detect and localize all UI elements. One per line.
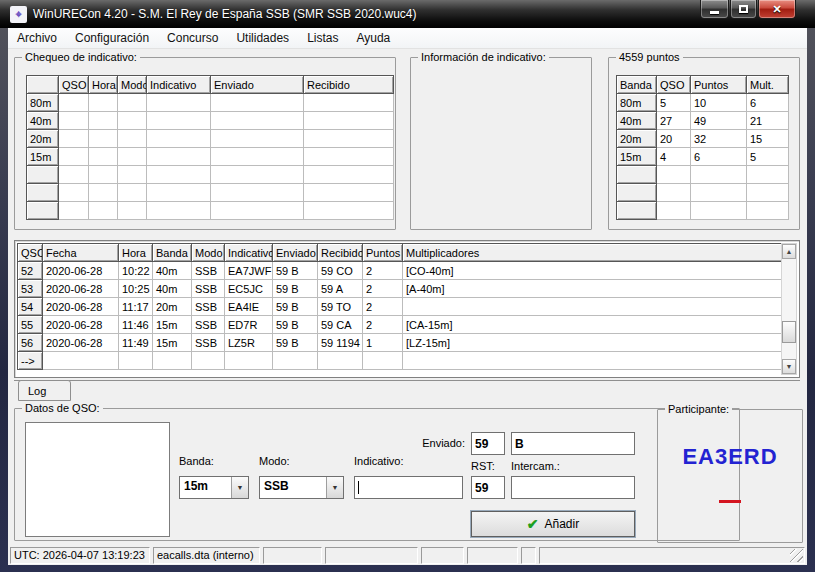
table-cell: SSB <box>192 262 225 280</box>
table-cell <box>403 298 784 316</box>
app-icon: ⌖ <box>10 6 27 23</box>
table-cell: 32 <box>691 130 747 148</box>
tab-strip-line <box>14 380 800 381</box>
table-row[interactable]: 80m <box>27 94 394 112</box>
table-cell <box>118 94 147 112</box>
table-cell: 10:25 <box>119 280 153 298</box>
chevron-down-icon[interactable]: ▼ <box>231 477 248 498</box>
table-cell <box>211 184 304 202</box>
table-cell: 15m <box>153 334 192 352</box>
modo-label: Modo: <box>259 455 290 467</box>
table-row[interactable] <box>617 184 789 202</box>
callsign-input[interactable] <box>354 476 463 499</box>
table-cell: 15 <box>747 130 789 148</box>
menu-utilidades[interactable]: Utilidades <box>227 28 298 49</box>
rst-input[interactable] <box>471 476 505 499</box>
table-cell <box>59 148 89 166</box>
table-row[interactable] <box>617 166 789 184</box>
table-cell: SSB <box>192 298 225 316</box>
table-cell: 21 <box>747 112 789 130</box>
band-select[interactable]: 15m ▼ <box>179 476 249 499</box>
table-cell <box>211 112 304 130</box>
add-qso-button[interactable]: ✔ Añadir <box>471 511 635 537</box>
title-bar[interactable]: ⌖ WinURECon 4.20 - S.M. El Rey de España… <box>0 0 815 28</box>
table-row[interactable]: 80m5106 <box>617 94 789 112</box>
table-row[interactable]: 40m <box>27 112 394 130</box>
qso-form-title: Datos de QSO: <box>22 402 103 414</box>
table-cell: 53 <box>18 280 43 298</box>
table-row[interactable]: 562020-06-2811:4915mSSBLZ5R59 B59 11941[… <box>18 334 784 352</box>
table-cell <box>211 148 304 166</box>
score-group: 4559 puntos Banda QSO Puntos Mult. 80m51… <box>608 57 800 230</box>
table-row[interactable] <box>27 202 394 220</box>
close-button[interactable]: ✕ <box>758 0 796 19</box>
exchange-input[interactable] <box>511 476 635 499</box>
table-row[interactable]: --> <box>18 352 784 370</box>
table-cell <box>59 94 89 112</box>
table-row[interactable]: 20m <box>27 130 394 148</box>
table-cell <box>691 202 747 220</box>
table-cell: 59 A <box>318 280 363 298</box>
table-cell <box>273 352 318 370</box>
table-cell: SSB <box>192 334 225 352</box>
minimize-button[interactable] <box>700 0 729 19</box>
table-row[interactable]: 522020-06-2810:2240mSSBEA7JWF59 B59 CO2[… <box>18 262 784 280</box>
menu-bar: Archivo Configuración Concurso Utilidade… <box>8 28 807 49</box>
table-row[interactable]: 20m203215 <box>617 130 789 148</box>
table-cell <box>118 148 147 166</box>
qso-notes-area[interactable] <box>25 422 170 537</box>
menu-concurso[interactable]: Concurso <box>158 28 227 49</box>
table-cell: 4 <box>657 148 691 166</box>
window-title: WinURECon 4.20 - S.M. El Rey de España S… <box>33 7 417 21</box>
red-dash-indicator <box>719 500 741 503</box>
table-cell: 52 <box>18 262 43 280</box>
table-row[interactable]: 552020-06-2811:4615mSSBED7R59 B59 CA2[CA… <box>18 316 784 334</box>
table-cell <box>691 184 747 202</box>
table-row[interactable]: 532020-06-2810:2540mSSBEC5JC59 B59 A2[A-… <box>18 280 784 298</box>
table-row[interactable] <box>27 166 394 184</box>
table-cell <box>304 130 394 148</box>
sent-rst-input[interactable] <box>471 432 505 455</box>
menu-ayuda[interactable]: Ayuda <box>347 28 399 49</box>
table-cell: 11:46 <box>119 316 153 334</box>
table-row[interactable]: 15m <box>27 148 394 166</box>
log-scrollbar[interactable]: ▲ ▼ <box>781 243 797 375</box>
resize-grip[interactable] <box>790 549 803 562</box>
scroll-up-icon[interactable]: ▲ <box>782 244 796 259</box>
menu-archivo[interactable]: Archivo <box>8 28 66 49</box>
chevron-down-icon[interactable]: ▼ <box>326 477 343 498</box>
status-panel-empty <box>421 547 464 564</box>
menu-listas[interactable]: Listas <box>298 28 347 49</box>
table-row[interactable]: 542020-06-2811:1720mSSBEA4IE59 B59 TO2 <box>18 298 784 316</box>
table-row[interactable] <box>27 184 394 202</box>
table-cell: 2 <box>363 298 403 316</box>
mode-select[interactable]: SSB ▼ <box>259 476 344 499</box>
column-header: Hora <box>119 244 153 262</box>
column-header: Banda <box>617 76 657 94</box>
scroll-track[interactable] <box>782 259 796 359</box>
table-cell <box>119 352 153 370</box>
info-group-title: Información de indicativo: <box>418 51 549 63</box>
table-row[interactable]: 40m274921 <box>617 112 789 130</box>
table-cell: 40m <box>153 280 192 298</box>
table-cell: 5 <box>747 148 789 166</box>
table-row[interactable] <box>617 202 789 220</box>
table-cell: [LZ-15m] <box>403 334 784 352</box>
scroll-down-icon[interactable]: ▼ <box>782 359 796 374</box>
qso-form-group: Datos de QSO: Banda: 15m ▼ Modo: SSB ▼ I… <box>14 408 740 541</box>
sent-exchange-input[interactable] <box>511 432 635 455</box>
menu-configuracion[interactable]: Configuración <box>66 28 158 49</box>
table-cell: 59 B <box>273 316 318 334</box>
table-row[interactable]: 15m465 <box>617 148 789 166</box>
tab-log[interactable]: Log <box>18 380 71 401</box>
table-cell: 80m <box>27 94 59 112</box>
table-cell: 2020-06-28 <box>43 316 119 334</box>
table-cell: EA4IE <box>225 298 273 316</box>
maximize-button[interactable] <box>730 0 757 19</box>
column-header: Indicativo <box>147 76 211 94</box>
scroll-thumb[interactable] <box>782 321 796 343</box>
table-cell <box>225 352 273 370</box>
table-cell <box>147 130 211 148</box>
table-cell <box>304 148 394 166</box>
table-cell: 20 <box>657 130 691 148</box>
